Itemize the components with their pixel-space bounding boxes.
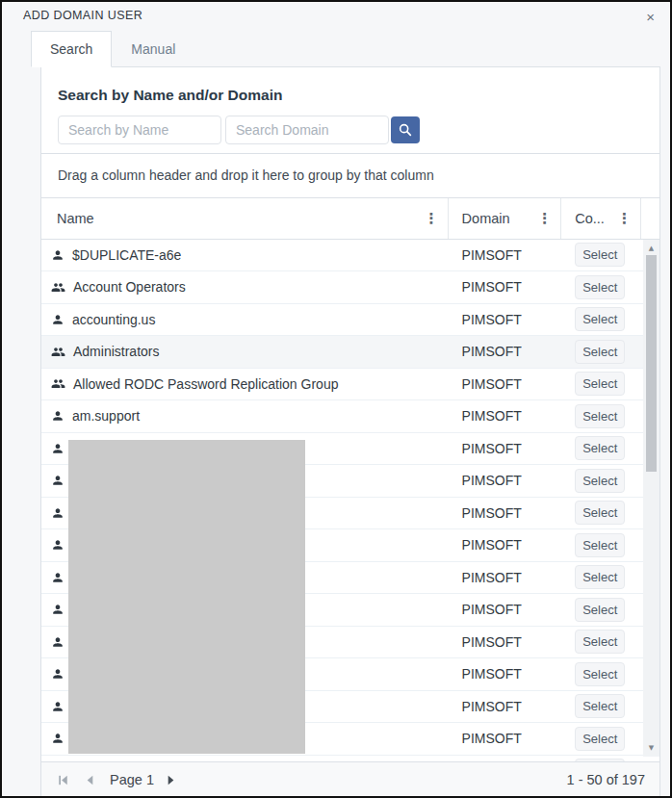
- user-icon: [51, 442, 65, 455]
- row-domain: PIMSOFT: [449, 594, 562, 626]
- select-button[interactable]: Select: [575, 759, 625, 761]
- row-domain: PIMSOFT: [449, 465, 562, 497]
- group-icon: [51, 376, 65, 391]
- search-domain-input[interactable]: [225, 116, 389, 144]
- select-button[interactable]: Select: [575, 662, 625, 686]
- user-icon: [51, 313, 65, 326]
- column-header-domain[interactable]: Domain ⋮: [449, 198, 562, 239]
- row-name: am.support: [72, 408, 140, 424]
- group-hint-text: Drag a column header and drop it here to…: [58, 167, 434, 183]
- row-domain: PIMSOFT: [449, 562, 562, 594]
- scroll-down-icon[interactable]: ▼: [643, 741, 659, 755]
- row-name: Administrators: [73, 344, 159, 359]
- user-icon: [51, 474, 65, 487]
- row-domain: PIMSOFT: [449, 369, 562, 400]
- first-page-button[interactable]: [56, 773, 70, 787]
- select-button[interactable]: Select: [575, 598, 625, 622]
- select-button[interactable]: Select: [575, 630, 625, 654]
- select-button[interactable]: Select: [575, 372, 625, 396]
- tab-strip: Search Manual: [31, 31, 194, 67]
- user-icon: [51, 667, 65, 681]
- row-domain: PIMSOFT: [449, 723, 562, 755]
- scroll-up-icon[interactable]: ▲: [643, 242, 659, 255]
- tab-manual[interactable]: Manual: [112, 31, 194, 67]
- select-button[interactable]: Select: [575, 436, 625, 460]
- select-button[interactable]: Select: [575, 469, 625, 493]
- table-row: Allowed RODC Password Replication Group …: [41, 369, 643, 401]
- add-domain-user-dialog: ADD DOMAIN USER × Search Manual Search b…: [0, 0, 672, 798]
- dialog-titlebar: ADD DOMAIN USER ×: [2, 2, 670, 31]
- row-domain: [449, 756, 562, 762]
- group-drop-area[interactable]: Drag a column header and drop it here to…: [41, 154, 659, 198]
- select-button[interactable]: Select: [575, 694, 625, 718]
- vertical-scrollbar[interactable]: ▲ ▼: [643, 240, 659, 757]
- table-row: Administrators PIMSOFT Select: [41, 336, 643, 369]
- redaction-overlay: [68, 440, 305, 754]
- previous-page-button[interactable]: [83, 773, 97, 787]
- group-icon: [51, 280, 65, 295]
- row-domain: PIMSOFT: [449, 433, 562, 465]
- row-domain: PIMSOFT: [449, 658, 562, 690]
- search-button[interactable]: [391, 116, 420, 143]
- search-section: Search by Name and/or Domain: [41, 67, 659, 154]
- search-name-input[interactable]: [58, 116, 221, 144]
- header-filler: [641, 198, 659, 239]
- page-label: Page 1: [110, 772, 154, 787]
- table-row: $DUPLICATE-a6e PIMSOFT Select: [41, 240, 643, 272]
- select-button[interactable]: Select: [575, 340, 625, 364]
- pager: Page 1 1 - 50 of 197: [41, 761, 659, 797]
- select-button[interactable]: Select: [575, 501, 625, 525]
- pager-range-label: 1 - 50 of 197: [567, 772, 645, 787]
- search-icon: [398, 122, 413, 138]
- column-menu-icon[interactable]: ⋮: [425, 211, 439, 225]
- row-domain: PIMSOFT: [449, 498, 562, 529]
- row-name: $DUPLICATE-a6e: [72, 247, 181, 263]
- table-row: accounting.us PIMSOFT Select: [41, 304, 643, 337]
- column-label: Co...: [575, 211, 605, 226]
- user-icon: [51, 538, 65, 552]
- row-domain: PIMSOFT: [449, 400, 562, 432]
- row-name: Account Operators: [73, 279, 186, 295]
- select-button[interactable]: Select: [575, 243, 625, 267]
- search-panel: Search by Name and/or Domain Drag a colu…: [40, 66, 660, 798]
- row-domain: PIMSOFT: [449, 691, 562, 723]
- close-icon[interactable]: ×: [642, 6, 659, 28]
- user-icon: [51, 635, 65, 649]
- row-domain: PIMSOFT: [449, 627, 562, 658]
- select-button[interactable]: Select: [575, 727, 625, 751]
- select-button[interactable]: Select: [575, 565, 625, 589]
- table-row: Account Operators PIMSOFT Select: [41, 271, 643, 304]
- select-button[interactable]: Select: [575, 533, 625, 557]
- row-domain: PIMSOFT: [449, 304, 562, 336]
- user-icon: [51, 571, 65, 584]
- table-row: Select: [41, 756, 643, 762]
- grid-body: $DUPLICATE-a6e PIMSOFT Select Account Op…: [41, 240, 659, 762]
- group-icon: [51, 345, 65, 359]
- column-header-commands[interactable]: Co... ⋮: [561, 198, 641, 239]
- grid-header: Name ⋮ Domain ⋮ Co... ⋮: [41, 198, 659, 240]
- column-header-name[interactable]: Name ⋮: [41, 198, 449, 239]
- tab-search[interactable]: Search: [31, 31, 112, 67]
- row-domain: PIMSOFT: [449, 240, 562, 271]
- column-label: Name: [57, 211, 94, 226]
- select-button[interactable]: Select: [575, 307, 625, 331]
- scrollbar-thumb[interactable]: [646, 255, 657, 472]
- row-domain: PIMSOFT: [449, 336, 562, 368]
- user-icon: [51, 506, 65, 520]
- row-name: Allowed RODC Password Replication Group: [73, 376, 338, 392]
- column-label: Domain: [462, 211, 510, 226]
- select-button[interactable]: Select: [575, 404, 625, 428]
- user-icon: [51, 732, 65, 745]
- row-domain: PIMSOFT: [449, 529, 562, 561]
- user-icon: [51, 409, 65, 423]
- column-menu-icon[interactable]: ⋮: [537, 211, 552, 225]
- dialog-title: ADD DOMAIN USER: [23, 9, 142, 22]
- user-icon: [51, 700, 65, 713]
- column-menu-icon[interactable]: ⋮: [617, 211, 632, 225]
- next-page-button[interactable]: [164, 773, 178, 787]
- search-heading: Search by Name and/or Domain: [58, 87, 643, 104]
- row-domain: PIMSOFT: [449, 271, 562, 303]
- select-button[interactable]: Select: [575, 275, 625, 299]
- user-icon: [51, 248, 65, 262]
- row-name: accounting.us: [72, 312, 155, 327]
